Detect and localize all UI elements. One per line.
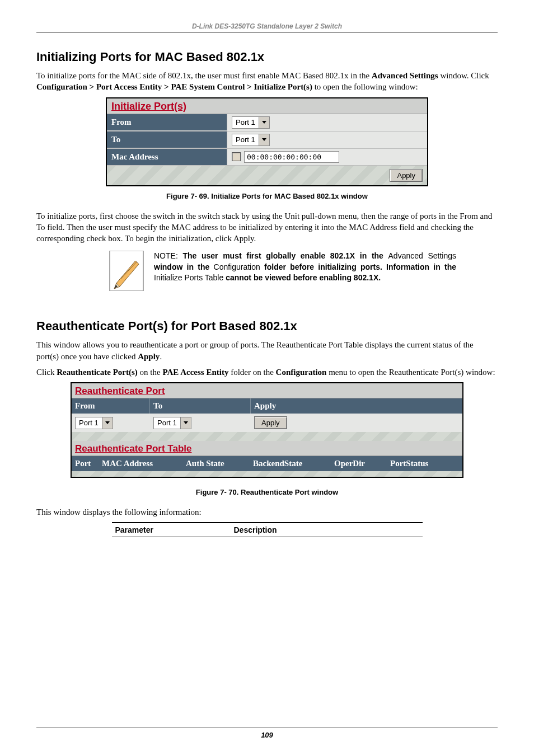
chevron-down-icon[interactable] [102,417,113,429]
text: menu to open the Reauthenticate Port(s) … [326,368,495,377]
reauth-from-value: Port 1 [76,419,102,427]
chevron-down-icon[interactable] [259,134,269,145]
text: Click [36,368,57,377]
text-bold: Advanced Settings [372,71,438,80]
section1-p2: To initialize ports, first choose the sw… [36,210,498,245]
col-operdir: OperDir [331,456,387,471]
note-bold: cannot be viewed before enabling 802.1X. [226,273,381,282]
note-block: NOTE: The user must first globally enabl… [109,251,456,291]
note-bold: folder before initializing ports. Inform… [264,262,456,271]
figure-caption-70: Figure 7- 70. Reauthenticate Port window [36,488,498,496]
note-bold: The user must first globally enable 802.… [182,251,388,260]
panel-title: Reauthenticate Port Table [72,441,462,456]
section2-p1: This window allows you to reauthenticate… [36,339,498,362]
reauth-to-dropdown[interactable]: Port 1 [153,417,191,429]
note-plain: Advanced Settings [388,251,456,260]
text: This window allows you to reauthenticate… [36,340,474,360]
text: to open the following window: [312,82,418,91]
text-bold: PAE Access Entity [162,368,228,377]
mac-address-input[interactable] [244,151,339,163]
to-port-dropdown[interactable]: Port 1 [232,134,270,146]
mac-address-checkbox[interactable] [232,152,241,161]
panel-title: Reauthenticate Port [72,383,462,398]
text: To initialize ports for the MAC side of … [36,71,372,80]
section2-title: Reauthenticate Port(s) for Port Based 80… [36,319,498,334]
text-bold: Reauthenticate Port(s) [57,368,138,377]
figure-caption-69: Figure 7- 69. Initialize Ports for MAC B… [36,192,498,200]
col-port: Port [72,456,99,471]
section1-intro: To initialize ports for the MAC side of … [36,70,498,93]
panel-tail [72,471,462,477]
from-port-value: Port 1 [232,118,259,126]
to-label: To [107,132,227,148]
section2-p2: Click Reauthenticate Port(s) on the PAE … [36,367,498,378]
note-bold: window in the [154,262,214,271]
reauth-from-dropdown[interactable]: Port 1 [75,417,113,429]
note-lead: NOTE: [154,251,182,260]
text: folder on the [228,368,275,377]
note-plain: Initialize Ports Table [154,273,226,282]
panel-title: Initialize Port(s) [107,98,427,114]
text: on the [138,368,163,377]
header-from: From [72,398,150,414]
section1-title: Initializing Ports for MAC Based 802.1x [36,50,498,64]
apply-button[interactable]: Apply [390,169,423,182]
reauthenticate-port-panel: Reauthenticate Port From To Apply Port 1… [71,382,463,478]
from-label: From [107,114,227,130]
chevron-down-icon[interactable] [259,117,269,128]
text-bold: Configuration [276,368,327,377]
page-header: D-Link DES-3250TG Standalone Layer 2 Swi… [36,22,498,33]
col-backend: BackendState [250,456,331,471]
text: window. Click [438,71,489,80]
chevron-down-icon[interactable] [180,417,191,429]
text: . [160,352,162,361]
initialize-ports-panel: Initialize Port(s) From Port 1 To Port 1… [106,97,428,186]
text-bold: Configuration > Port Access Entity > PAE… [36,82,312,91]
parameter-table: Parameter Description [112,522,423,537]
header-to: To [150,398,251,414]
text-bold: Apply [138,352,160,361]
panel-spacer [72,432,462,441]
description-header: Description [231,523,423,537]
page-footer: 109 [36,727,498,739]
reauth-to-value: Port 1 [154,419,180,427]
section2-p3: This window displays the following infor… [36,506,498,518]
param-header: Parameter [112,523,231,537]
header-apply: Apply [251,398,462,414]
svg-rect-0 [110,251,143,291]
mac-address-label: Mac Address [107,149,227,165]
reauth-apply-button[interactable]: Apply [254,416,287,429]
col-auth: Auth State [182,456,250,471]
pencil-icon [109,251,144,291]
note-plain: Configuration [214,262,265,271]
note-text: NOTE: The user must first globally enabl… [154,251,456,284]
col-mac: MAC Address [99,456,182,471]
to-port-value: Port 1 [232,135,259,144]
from-port-dropdown[interactable]: Port 1 [232,116,270,129]
col-portstatus: PortStatus [387,456,462,471]
